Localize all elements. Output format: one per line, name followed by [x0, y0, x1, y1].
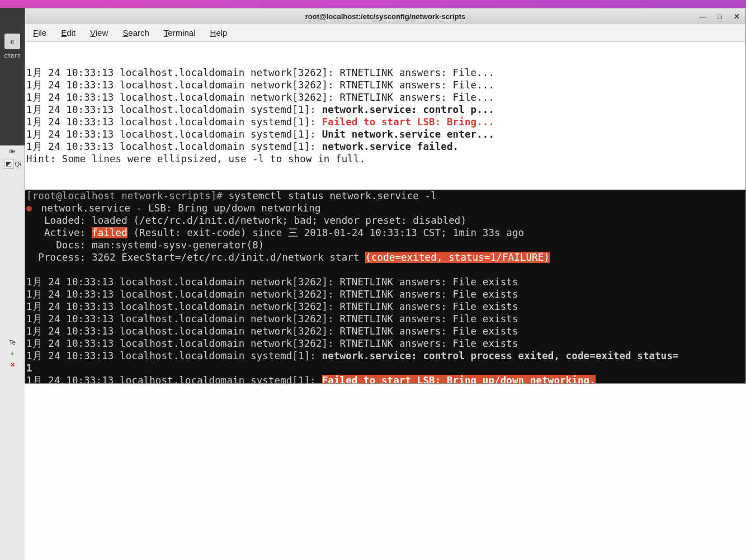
menu-terminal[interactable]: Terminal: [164, 28, 196, 37]
menu-file[interactable]: File: [33, 28, 46, 37]
menubar: File Edit View Search Terminal Help: [25, 24, 745, 42]
maximize-button[interactable]: □: [714, 11, 725, 22]
desktop-app-label: charn: [4, 53, 21, 59]
status-output: [root@localhost network-scripts]# system…: [25, 190, 745, 383]
close-button[interactable]: ✕: [731, 11, 742, 22]
terminal-content[interactable]: 1月 24 10:33:13 localhost.localdomain net…: [25, 42, 745, 383]
menu-view[interactable]: View: [90, 28, 108, 37]
add-icon[interactable]: +: [11, 350, 14, 357]
menu-help[interactable]: Help: [210, 28, 228, 37]
bg-label-te: Te: [9, 339, 16, 346]
desktop-icons: ◧ charn: [0, 34, 25, 59]
menu-edit[interactable]: Edit: [61, 28, 75, 37]
desktop-app-icon[interactable]: ◧: [4, 34, 20, 49]
empty-area-below: [25, 384, 746, 560]
menu-search[interactable]: Search: [122, 28, 149, 37]
background-app-sidepanel: ile ◩Qi Te + ✕: [0, 145, 25, 560]
bg-label-ile: ile: [9, 148, 15, 154]
bg-label-qi: Qi: [15, 161, 21, 167]
window-titlebar[interactable]: root@localhost:/etc/sysconfig/network-sc…: [25, 8, 745, 24]
window-title: root@localhost:/etc/sysconfig/network-sc…: [305, 12, 465, 21]
minimize-button[interactable]: —: [697, 11, 709, 22]
desktop-wallpaper: [0, 0, 746, 8]
log-output-top: 1月 24 10:33:13 localhost.localdomain net…: [25, 67, 745, 165]
bg-qi-icon[interactable]: ◩: [4, 159, 14, 169]
terminal-window: root@localhost:/etc/sysconfig/network-sc…: [25, 8, 746, 384]
remove-icon[interactable]: ✕: [10, 361, 15, 369]
